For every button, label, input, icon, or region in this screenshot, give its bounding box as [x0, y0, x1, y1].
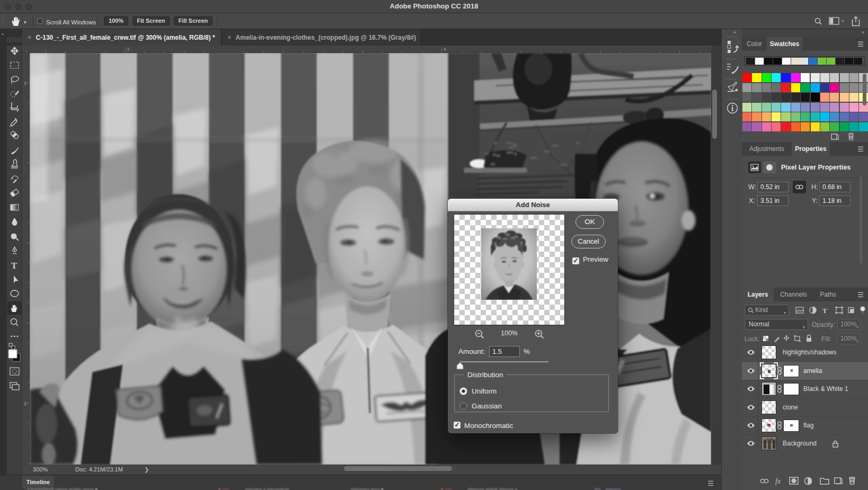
svg-text:fx: fx	[775, 477, 781, 485]
svg-text:2: 2	[24, 401, 26, 406]
svg-text:4: 4	[444, 47, 446, 52]
svg-text:T: T	[11, 261, 17, 271]
svg-text:T: T	[822, 307, 827, 315]
svg-text:3: 3	[127, 47, 129, 52]
svg-text:1: 1	[24, 81, 26, 86]
